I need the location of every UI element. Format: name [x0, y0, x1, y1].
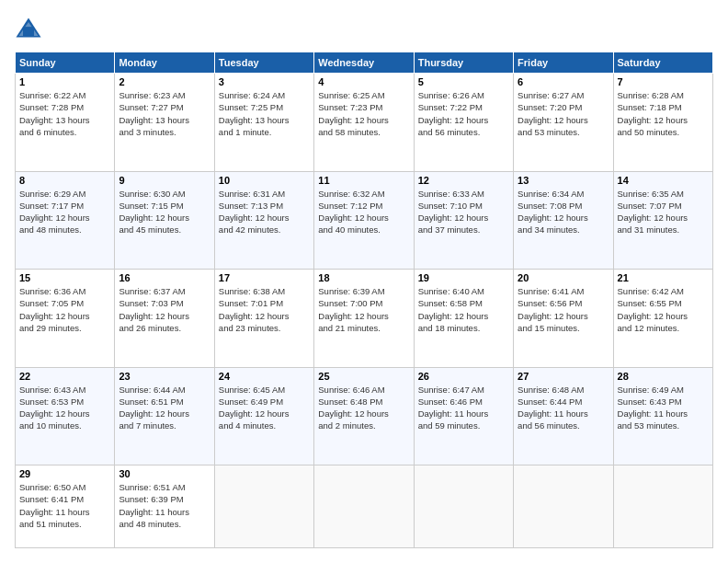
day-number: 25 — [318, 371, 409, 382]
day-info: Sunrise: 6:47 AM Sunset: 6:46 PM Dayligh… — [418, 384, 509, 432]
day-number: 17 — [219, 272, 310, 283]
weekday-thursday: Thursday — [414, 52, 513, 74]
calendar-cell: 29Sunrise: 6:50 AM Sunset: 6:41 PM Dayli… — [16, 465, 115, 548]
day-number: 18 — [318, 272, 409, 283]
calendar-cell — [314, 465, 414, 548]
calendar-cell: 23Sunrise: 6:44 AM Sunset: 6:51 PM Dayli… — [115, 367, 214, 465]
day-number: 21 — [618, 272, 709, 283]
day-info: Sunrise: 6:45 AM Sunset: 6:49 PM Dayligh… — [219, 384, 310, 432]
week-row-5: 29Sunrise: 6:50 AM Sunset: 6:41 PM Dayli… — [16, 465, 713, 548]
day-number: 10 — [219, 175, 310, 186]
day-info: Sunrise: 6:42 AM Sunset: 6:55 PM Dayligh… — [618, 285, 709, 334]
week-row-4: 22Sunrise: 6:43 AM Sunset: 6:53 PM Dayli… — [16, 367, 713, 465]
day-info: Sunrise: 6:32 AM Sunset: 7:12 PM Dayligh… — [318, 188, 409, 236]
day-number: 29 — [19, 468, 110, 479]
day-number: 12 — [418, 175, 509, 186]
day-number: 15 — [19, 272, 110, 283]
day-number: 22 — [19, 371, 110, 382]
day-info: Sunrise: 6:29 AM Sunset: 7:17 PM Dayligh… — [19, 188, 110, 236]
calendar-cell: 3Sunrise: 6:24 AM Sunset: 7:25 PM Daylig… — [214, 74, 313, 172]
calendar-cell: 17Sunrise: 6:38 AM Sunset: 7:01 PM Dayli… — [214, 270, 313, 368]
day-number: 27 — [518, 371, 609, 382]
calendar-cell — [514, 465, 613, 548]
day-number: 6 — [518, 76, 609, 87]
week-row-1: 1Sunrise: 6:22 AM Sunset: 7:28 PM Daylig… — [16, 74, 713, 172]
weekday-friday: Friday — [514, 52, 613, 74]
day-info: Sunrise: 6:46 AM Sunset: 6:48 PM Dayligh… — [318, 384, 409, 432]
calendar-cell: 1Sunrise: 6:22 AM Sunset: 7:28 PM Daylig… — [16, 74, 115, 172]
day-info: Sunrise: 6:43 AM Sunset: 6:53 PM Dayligh… — [19, 384, 110, 432]
day-number: 2 — [119, 76, 210, 87]
day-number: 11 — [318, 175, 409, 186]
day-info: Sunrise: 6:27 AM Sunset: 7:20 PM Dayligh… — [518, 89, 609, 138]
day-number: 14 — [618, 175, 709, 186]
day-number: 16 — [119, 272, 210, 283]
calendar-cell: 24Sunrise: 6:45 AM Sunset: 6:49 PM Dayli… — [214, 367, 313, 465]
calendar-cell: 21Sunrise: 6:42 AM Sunset: 6:55 PM Dayli… — [613, 270, 712, 368]
calendar-cell: 20Sunrise: 6:41 AM Sunset: 6:56 PM Dayli… — [514, 270, 613, 368]
day-number: 5 — [418, 76, 509, 87]
weekday-sunday: Sunday — [16, 52, 115, 74]
calendar-cell: 11Sunrise: 6:32 AM Sunset: 7:12 PM Dayli… — [314, 171, 414, 270]
page: SundayMondayTuesdayWednesdayThursdayFrid… — [0, 0, 728, 563]
day-info: Sunrise: 6:30 AM Sunset: 7:15 PM Dayligh… — [119, 188, 210, 236]
day-info: Sunrise: 6:26 AM Sunset: 7:22 PM Dayligh… — [418, 89, 509, 138]
day-info: Sunrise: 6:22 AM Sunset: 7:28 PM Dayligh… — [19, 89, 110, 138]
header — [15, 15, 713, 42]
week-row-2: 8Sunrise: 6:29 AM Sunset: 7:17 PM Daylig… — [16, 171, 713, 270]
calendar-cell: 6Sunrise: 6:27 AM Sunset: 7:20 PM Daylig… — [514, 74, 613, 172]
calendar-cell: 28Sunrise: 6:49 AM Sunset: 6:43 PM Dayli… — [613, 367, 712, 465]
weekday-monday: Monday — [115, 52, 214, 74]
weekday-wednesday: Wednesday — [314, 52, 414, 74]
day-number: 7 — [618, 76, 709, 87]
day-info: Sunrise: 6:28 AM Sunset: 7:18 PM Dayligh… — [618, 89, 709, 138]
day-info: Sunrise: 6:38 AM Sunset: 7:01 PM Dayligh… — [219, 285, 310, 334]
logo — [15, 15, 46, 42]
calendar-cell — [613, 465, 712, 548]
day-number: 8 — [19, 175, 110, 186]
calendar-cell: 16Sunrise: 6:37 AM Sunset: 7:03 PM Dayli… — [115, 270, 214, 368]
calendar-table: SundayMondayTuesdayWednesdayThursdayFrid… — [15, 52, 713, 548]
day-info: Sunrise: 6:51 AM Sunset: 6:39 PM Dayligh… — [119, 481, 210, 530]
logo-icon — [15, 15, 42, 42]
calendar-cell: 26Sunrise: 6:47 AM Sunset: 6:46 PM Dayli… — [414, 367, 513, 465]
day-info: Sunrise: 6:50 AM Sunset: 6:41 PM Dayligh… — [19, 481, 110, 530]
day-info: Sunrise: 6:40 AM Sunset: 6:58 PM Dayligh… — [418, 285, 509, 334]
day-number: 3 — [219, 76, 310, 87]
day-number: 26 — [418, 371, 509, 382]
day-info: Sunrise: 6:34 AM Sunset: 7:08 PM Dayligh… — [518, 188, 609, 236]
svg-rect-2 — [23, 27, 34, 37]
day-info: Sunrise: 6:41 AM Sunset: 6:56 PM Dayligh… — [518, 285, 609, 334]
day-number: 9 — [119, 175, 210, 186]
calendar-cell: 30Sunrise: 6:51 AM Sunset: 6:39 PM Dayli… — [115, 465, 214, 548]
calendar-cell: 8Sunrise: 6:29 AM Sunset: 7:17 PM Daylig… — [16, 171, 115, 270]
day-info: Sunrise: 6:44 AM Sunset: 6:51 PM Dayligh… — [119, 384, 210, 432]
day-info: Sunrise: 6:33 AM Sunset: 7:10 PM Dayligh… — [418, 188, 509, 236]
day-number: 24 — [219, 371, 310, 382]
day-number: 1 — [19, 76, 110, 87]
calendar-cell — [414, 465, 513, 548]
day-number: 23 — [119, 371, 210, 382]
calendar-cell: 18Sunrise: 6:39 AM Sunset: 7:00 PM Dayli… — [314, 270, 414, 368]
calendar-cell: 4Sunrise: 6:25 AM Sunset: 7:23 PM Daylig… — [314, 74, 414, 172]
week-row-3: 15Sunrise: 6:36 AM Sunset: 7:05 PM Dayli… — [16, 270, 713, 368]
calendar-cell: 9Sunrise: 6:30 AM Sunset: 7:15 PM Daylig… — [115, 171, 214, 270]
day-info: Sunrise: 6:31 AM Sunset: 7:13 PM Dayligh… — [219, 188, 310, 236]
calendar-cell: 22Sunrise: 6:43 AM Sunset: 6:53 PM Dayli… — [16, 367, 115, 465]
calendar-cell: 15Sunrise: 6:36 AM Sunset: 7:05 PM Dayli… — [16, 270, 115, 368]
weekday-saturday: Saturday — [613, 52, 712, 74]
day-number: 28 — [618, 371, 709, 382]
calendar-cell: 10Sunrise: 6:31 AM Sunset: 7:13 PM Dayli… — [214, 171, 313, 270]
calendar-cell: 27Sunrise: 6:48 AM Sunset: 6:44 PM Dayli… — [514, 367, 613, 465]
day-info: Sunrise: 6:49 AM Sunset: 6:43 PM Dayligh… — [618, 384, 709, 432]
day-number: 13 — [518, 175, 609, 186]
calendar-cell: 5Sunrise: 6:26 AM Sunset: 7:22 PM Daylig… — [414, 74, 513, 172]
calendar-cell: 14Sunrise: 6:35 AM Sunset: 7:07 PM Dayli… — [613, 171, 712, 270]
day-info: Sunrise: 6:48 AM Sunset: 6:44 PM Dayligh… — [518, 384, 609, 432]
calendar-cell: 2Sunrise: 6:23 AM Sunset: 7:27 PM Daylig… — [115, 74, 214, 172]
weekday-header-row: SundayMondayTuesdayWednesdayThursdayFrid… — [16, 52, 713, 74]
calendar-cell: 7Sunrise: 6:28 AM Sunset: 7:18 PM Daylig… — [613, 74, 712, 172]
day-number: 20 — [518, 272, 609, 283]
calendar-body: 1Sunrise: 6:22 AM Sunset: 7:28 PM Daylig… — [16, 74, 713, 548]
day-info: Sunrise: 6:37 AM Sunset: 7:03 PM Dayligh… — [119, 285, 210, 334]
